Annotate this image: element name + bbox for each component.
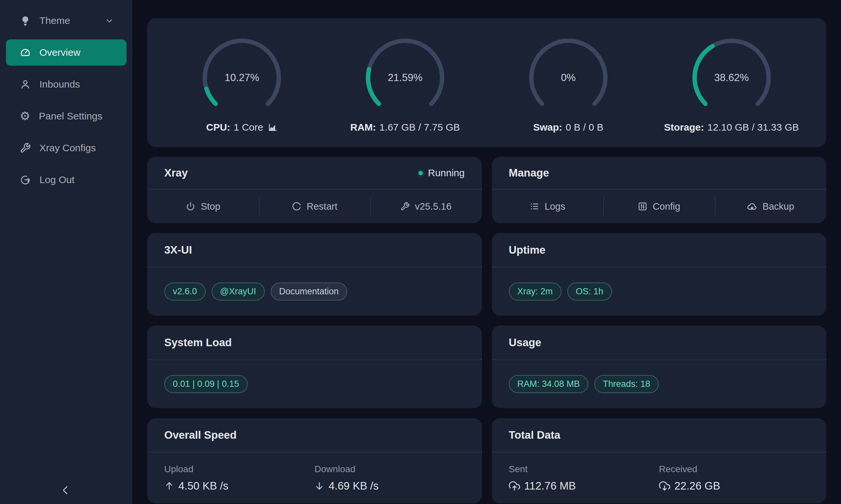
- total-data-card: Total Data Sent 112.76 MB: [492, 418, 826, 503]
- config-button[interactable]: Config: [603, 190, 715, 223]
- stat-value: 4.69 KB /s: [314, 480, 464, 492]
- sidebar-item-label: Panel Settings: [39, 111, 102, 122]
- stop-button[interactable]: Stop: [147, 190, 259, 223]
- card-title: 3X-UI: [164, 244, 192, 256]
- gauge-percent: 10.27%: [225, 72, 259, 84]
- backup-button[interactable]: Backup: [715, 190, 826, 223]
- xray-version-button[interactable]: v25.5.16: [370, 190, 482, 223]
- arrow-up-icon: [164, 481, 174, 491]
- received-stat: Received 22.26 GB: [659, 464, 809, 492]
- xray-actions: Stop Restart v25.5.16: [147, 190, 482, 223]
- xui-tags: v2.6.0 @XrayUI Documentation: [147, 267, 482, 316]
- stat-value: 22.26 GB: [659, 480, 809, 492]
- card-title: Total Data: [509, 429, 561, 441]
- power-icon: [186, 201, 195, 211]
- card-title: Xray: [164, 167, 188, 179]
- xray-uptime-tag: Xray: 2m: [509, 283, 562, 301]
- main-content: 10.27% CPU: 1 Core 2: [132, 0, 841, 504]
- gauge-ram: 21.59% RAM: 1.67 GB / 7.75 GB: [324, 18, 487, 147]
- sidebar-item-label: Theme: [39, 15, 70, 26]
- sidebar: Theme Overview Inbounds ⚙ Panel Settings: [0, 0, 132, 504]
- cards-grid: Xray Running Stop: [147, 157, 826, 503]
- sidebar-item-label: Log Out: [39, 174, 74, 185]
- arrow-down-icon: [314, 481, 324, 491]
- xui-card: 3X-UI v2.6.0 @XrayUI Documentation: [147, 233, 482, 316]
- download-stat: Download 4.69 KB /s: [314, 464, 464, 492]
- status-text: Running: [428, 167, 465, 179]
- chevron-left-icon: [60, 485, 71, 496]
- stat-label: Received: [659, 464, 809, 474]
- card-title: System Load: [164, 336, 231, 349]
- load-average-tag: 0.01 | 0.09 | 0.15: [164, 375, 248, 393]
- sidebar-item-label: Inbounds: [39, 79, 80, 90]
- manage-card: Manage Logs: [492, 157, 826, 223]
- sidebar-item-log-out[interactable]: Log Out: [6, 167, 126, 193]
- manage-actions: Logs Config: [492, 190, 826, 223]
- control-icon: [638, 201, 648, 211]
- restart-button[interactable]: Restart: [259, 190, 371, 223]
- xray-card: Xray Running Stop: [147, 157, 482, 223]
- sidebar-item-theme[interactable]: Theme: [6, 7, 126, 34]
- uptime-card: Uptime Xray: 2m OS: 1h: [492, 233, 826, 316]
- logout-icon: [20, 174, 31, 185]
- upload-stat: Upload 4.50 KB /s: [164, 464, 314, 492]
- os-uptime-tag: OS: 1h: [567, 283, 612, 301]
- sidebar-item-inbounds[interactable]: Inbounds: [6, 71, 126, 97]
- dashboard-icon: [20, 47, 31, 58]
- wrench-icon: [20, 142, 31, 154]
- gauge-swap: 0% Swap: 0 B / 0 B: [487, 18, 650, 147]
- overall-speed-card: Overall Speed Upload 4.50 KB /s Downlo: [147, 418, 482, 503]
- status-dot-icon: [418, 171, 423, 175]
- usage-card: Usage RAM: 34.08 MB Threads: 18: [492, 325, 826, 408]
- lightbulb-icon: [20, 15, 31, 26]
- gear-icon: ⚙: [20, 110, 30, 122]
- sidebar-item-xray-configs[interactable]: Xray Configs: [6, 135, 126, 161]
- area-chart-icon[interactable]: [268, 122, 278, 132]
- sent-stat: Sent 112.76 MB: [509, 464, 659, 492]
- stat-label: Download: [314, 464, 464, 474]
- gauge-cpu: 10.27% CPU: 1 Core: [160, 18, 324, 147]
- gauge-percent: 21.59%: [388, 72, 423, 84]
- gauge-label: CPU: 1 Core: [206, 122, 278, 133]
- sidebar-item-label: Overview: [39, 47, 81, 58]
- logs-button[interactable]: Logs: [492, 190, 603, 223]
- card-title: Overall Speed: [164, 429, 237, 441]
- app-root: Theme Overview Inbounds ⚙ Panel Settings: [0, 0, 841, 504]
- xray-status-badge: Running: [418, 167, 465, 179]
- chevron-down-icon: [105, 16, 114, 25]
- ram-usage-tag: RAM: 34.08 MB: [509, 375, 589, 393]
- system-load-card: System Load 0.01 | 0.09 | 0.15: [147, 325, 482, 408]
- sidebar-collapse-button[interactable]: [60, 485, 71, 497]
- sidebar-item-label: Xray Configs: [39, 142, 96, 154]
- card-title: Usage: [509, 336, 542, 349]
- cloud-icon: [747, 201, 757, 212]
- sidebar-item-panel-settings[interactable]: ⚙ Panel Settings: [6, 103, 126, 129]
- gauge-label: Swap: 0 B / 0 B: [533, 122, 603, 133]
- user-icon: [20, 79, 31, 90]
- stat-value: 4.50 KB /s: [164, 480, 314, 492]
- stat-label: Upload: [164, 464, 314, 474]
- stat-label: Sent: [509, 464, 659, 474]
- total-data-stats: Sent 112.76 MB Received: [492, 452, 826, 503]
- system-stats-card: 10.27% CPU: 1 Core 2: [147, 18, 826, 147]
- card-title: Manage: [509, 167, 549, 179]
- stat-value: 112.76 MB: [509, 480, 659, 492]
- gauge-percent: 0%: [561, 72, 576, 84]
- xrayui-tag[interactable]: @XrayUI: [211, 283, 265, 301]
- speed-stats: Upload 4.50 KB /s Download: [147, 452, 482, 503]
- documentation-tag[interactable]: Documentation: [271, 283, 347, 301]
- system-load-tags: 0.01 | 0.09 | 0.15: [147, 360, 482, 408]
- version-tag[interactable]: v2.6.0: [164, 283, 206, 301]
- uptime-tags: Xray: 2m OS: 1h: [492, 267, 826, 316]
- list-icon: [530, 201, 539, 211]
- gauge-percent: 38.62%: [714, 72, 749, 84]
- tool-icon: [400, 202, 410, 211]
- card-title: Uptime: [509, 244, 546, 256]
- gauge-label: Storage: 12.10 GB / 31.33 GB: [664, 122, 799, 133]
- cloud-upload-icon: [509, 480, 520, 491]
- gauge-label: RAM: 1.67 GB / 7.75 GB: [350, 122, 460, 133]
- usage-tags: RAM: 34.08 MB Threads: 18: [492, 360, 826, 408]
- sidebar-item-overview[interactable]: Overview: [6, 39, 126, 66]
- sync-icon: [292, 201, 302, 211]
- gauge-storage: 38.62% Storage: 12.10 GB / 31.33 GB: [650, 18, 813, 147]
